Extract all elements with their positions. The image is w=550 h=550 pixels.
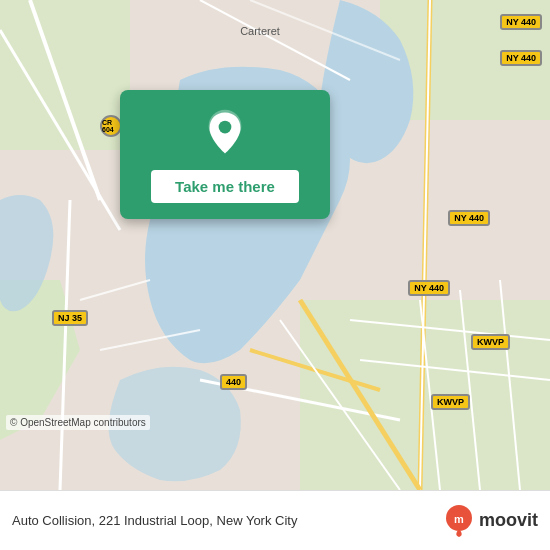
ny440-badge-mid2: NY 440 bbox=[408, 280, 450, 296]
svg-point-25 bbox=[219, 121, 232, 134]
moovit-brand-icon: m bbox=[443, 505, 475, 537]
location-pin-icon bbox=[200, 108, 250, 158]
map-attribution: © OpenStreetMap contributors bbox=[6, 415, 150, 430]
action-card[interactable]: Take me there bbox=[120, 90, 330, 219]
bottom-bar: Auto Collision, 221 Industrial Loop, New… bbox=[0, 490, 550, 550]
cr604-badge: CR 604 bbox=[100, 115, 122, 137]
moovit-logo: m moovit bbox=[443, 505, 538, 537]
moovit-text-label: moovit bbox=[479, 510, 538, 531]
nj35-badge: NJ 35 bbox=[52, 310, 88, 326]
map-view: Carteret NY 440 NY 440 NY 440 NY 440 440… bbox=[0, 0, 550, 490]
svg-text:m: m bbox=[454, 513, 464, 525]
ny440-badge-top2: NY 440 bbox=[500, 50, 542, 66]
kwvp-badge-2: KWVP bbox=[471, 334, 510, 350]
location-title: Auto Collision, 221 Industrial Loop, New… bbox=[12, 513, 443, 528]
carteret-label: Carteret bbox=[240, 25, 280, 37]
take-me-there-button[interactable]: Take me there bbox=[151, 170, 299, 203]
kwvp-badge-1: KWVP bbox=[431, 394, 470, 410]
ny440-badge-mid: NY 440 bbox=[448, 210, 490, 226]
ny440-badge-top: NY 440 bbox=[500, 14, 542, 30]
440-badge-bottom: 440 bbox=[220, 374, 247, 390]
